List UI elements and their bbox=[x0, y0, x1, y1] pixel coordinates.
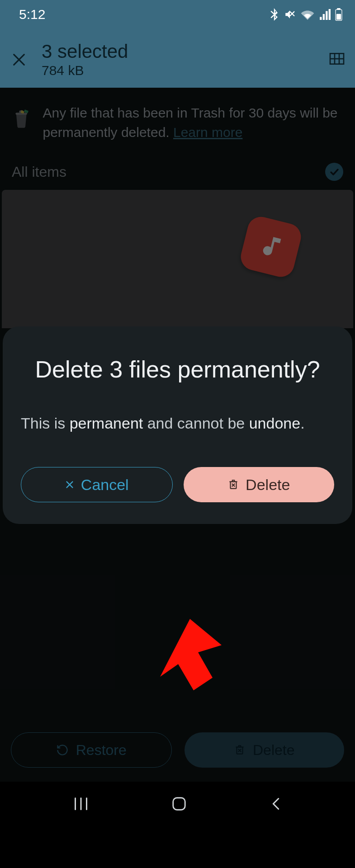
battery-icon bbox=[335, 8, 342, 21]
delete-button-bar[interactable]: Delete bbox=[185, 732, 345, 768]
status-time: 5:12 bbox=[19, 7, 45, 22]
bluetooth-icon bbox=[270, 8, 279, 21]
selection-header: 3 selected 784 kB bbox=[0, 32, 355, 88]
selection-size-label: 784 kB bbox=[42, 63, 315, 78]
close-icon bbox=[11, 52, 27, 67]
svg-rect-15 bbox=[173, 797, 185, 809]
home-button[interactable] bbox=[171, 796, 187, 812]
back-button[interactable] bbox=[270, 797, 282, 811]
dialog-body: This is permanent and cannot be undone. bbox=[21, 412, 334, 434]
confirm-delete-label: Delete bbox=[246, 476, 290, 494]
selection-count-label: 3 selected bbox=[42, 41, 315, 62]
close-selection-button[interactable] bbox=[9, 50, 29, 70]
cancel-label: Cancel bbox=[81, 476, 129, 494]
bottom-action-bar: Restore Delete bbox=[0, 718, 355, 782]
svg-rect-2 bbox=[336, 14, 341, 20]
recents-icon bbox=[73, 797, 89, 811]
music-file-thumbnail[interactable] bbox=[238, 214, 303, 280]
confirm-delete-button[interactable]: Delete bbox=[184, 467, 335, 502]
annotation-arrow bbox=[140, 619, 222, 709]
home-icon bbox=[171, 796, 187, 812]
delete-bar-label: Delete bbox=[253, 742, 295, 759]
music-note-icon bbox=[255, 231, 288, 264]
svg-rect-1 bbox=[337, 8, 341, 10]
grid-icon bbox=[328, 50, 346, 68]
back-icon bbox=[270, 797, 282, 811]
svg-rect-7 bbox=[15, 113, 27, 115]
confirm-delete-dialog: Delete 3 files permanently? This is perm… bbox=[3, 326, 352, 524]
android-nav-bar bbox=[0, 782, 355, 826]
all-items-label: All items bbox=[12, 164, 66, 180]
dialog-title: Delete 3 files permanently? bbox=[21, 354, 334, 385]
mute-icon bbox=[284, 9, 296, 20]
status-icons bbox=[270, 8, 342, 21]
delete-forever-icon bbox=[227, 479, 239, 491]
restore-icon bbox=[56, 744, 69, 756]
signal-icon bbox=[319, 9, 331, 20]
check-icon bbox=[329, 166, 340, 177]
trash-info-banner: Any file that has been in Trash for 30 d… bbox=[0, 88, 355, 158]
trash-icon bbox=[13, 103, 30, 134]
restore-button[interactable]: Restore bbox=[11, 732, 172, 768]
view-grid-button[interactable] bbox=[328, 50, 346, 70]
wifi-icon bbox=[301, 9, 314, 20]
content-area: Any file that has been in Trash for 30 d… bbox=[0, 88, 355, 782]
all-items-row[interactable]: All items bbox=[0, 158, 355, 190]
restore-label: Restore bbox=[76, 742, 127, 759]
thumbnail-strip bbox=[2, 190, 353, 328]
recents-button[interactable] bbox=[73, 797, 89, 811]
x-icon bbox=[65, 480, 75, 490]
cancel-button[interactable]: Cancel bbox=[21, 467, 173, 502]
delete-icon bbox=[234, 744, 246, 756]
svg-marker-11 bbox=[160, 619, 222, 690]
status-bar: 5:12 bbox=[0, 0, 355, 32]
learn-more-link[interactable]: Learn more bbox=[173, 125, 242, 140]
select-all-checkbox[interactable] bbox=[325, 163, 343, 181]
